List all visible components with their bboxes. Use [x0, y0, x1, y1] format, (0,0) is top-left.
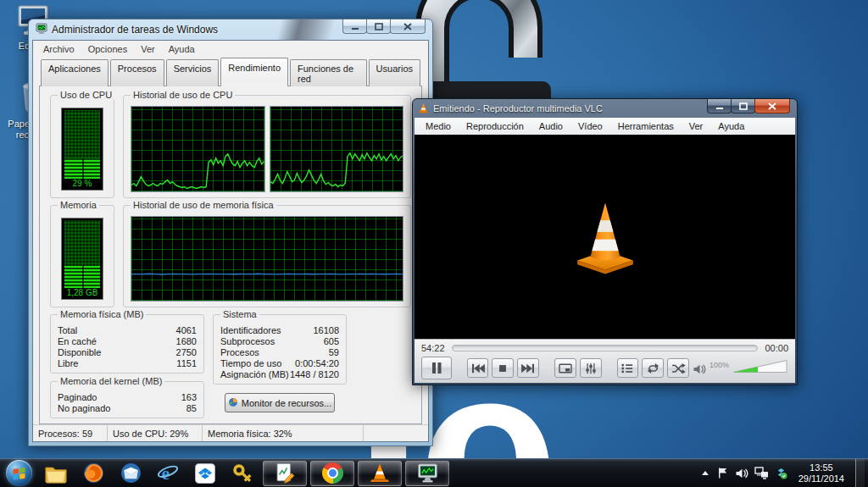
cpu-usage-group-label: Uso de CPU — [58, 90, 114, 100]
vlc-titlebar[interactable]: Emitiendo - Reproductor multimedia VLC — [413, 99, 797, 118]
cpu-usage-value: 29 % — [62, 179, 103, 190]
task-manager-tab-strip: AplicacionesProcesosServiciosRendimiento… — [39, 59, 422, 86]
action-center-icon[interactable] — [716, 467, 729, 479]
task-manager-menubar: ArchivoOpcionesVerAyuda — [33, 41, 428, 57]
stat-row: Paginado163 — [58, 392, 197, 403]
task-manager-titlebar[interactable]: Administrador de tareas de Windows — [29, 19, 432, 40]
vlc-menu-medio[interactable]: Medio — [418, 119, 459, 133]
stat-row: Total4061 — [58, 325, 197, 336]
taskmgr-menu-opciones[interactable]: Opciones — [81, 42, 134, 56]
memory-gauge: 1,28 GB — [61, 218, 103, 301]
minimize-button[interactable] — [342, 19, 367, 34]
cpu-history-group-label: Historial de uso de CPU — [131, 90, 235, 100]
taskbar-firefox-icon[interactable] — [76, 459, 110, 487]
network-tray-icon[interactable] — [754, 467, 769, 479]
close-button[interactable] — [390, 19, 426, 34]
taskbar-chrome-button[interactable] — [310, 461, 354, 486]
loop-button[interactable] — [642, 358, 664, 378]
vlc-menu-herramientas[interactable]: Herramientas — [610, 119, 682, 133]
vlc-cone-icon — [369, 462, 391, 485]
memory-history-group: Historial de uso de memoria física — [123, 205, 411, 308]
system-group-label: Sistema — [220, 309, 259, 319]
stat-row: En caché1680 — [58, 336, 197, 347]
maximize-button[interactable] — [731, 99, 755, 113]
stop-button[interactable] — [492, 358, 514, 378]
task-manager-window: Administrador de tareas de Windows Archi… — [28, 19, 433, 446]
close-button[interactable] — [754, 99, 790, 113]
volume-slider[interactable] — [732, 359, 788, 375]
vlc-menu-audio[interactable]: Audio — [531, 119, 570, 133]
vlc-cone-logo — [568, 197, 643, 277]
resource-monitor-icon — [228, 397, 238, 409]
taskmgr-menu-archivo[interactable]: Archivo — [36, 42, 81, 56]
taskbar-keepass-icon[interactable] — [225, 459, 259, 487]
taskbar-dropbox-icon[interactable] — [188, 459, 222, 487]
pause-button[interactable] — [421, 357, 452, 379]
vlc-client: MedioReproducciónAudioVídeoHerramientasV… — [415, 118, 795, 383]
show-hidden-icons-button[interactable] — [700, 469, 710, 478]
start-button[interactable] — [0, 459, 37, 487]
vlc-menubar: MedioReproducciónAudioVídeoHerramientasV… — [415, 118, 795, 135]
vlc-controls-panel: 54:22 00:00 — [415, 339, 795, 383]
task-manager-statusbar: Procesos: 59 Uso de CPU: 29% Memoria fís… — [33, 424, 428, 441]
taskmgr-menu-ayuda[interactable]: Ayuda — [162, 42, 202, 56]
vlc-video-area[interactable] — [415, 135, 795, 339]
taskmgr-menu-ver[interactable]: Ver — [134, 42, 162, 56]
vlc-window: Emitiendo - Reproductor multimedia VLC M… — [412, 98, 798, 385]
taskbar-notes-app-button[interactable] — [263, 461, 307, 486]
resource-monitor-button[interactable]: Monitor de recursos... — [225, 393, 335, 412]
kernel-memory-group: Memoria del kernel (MB) Paginado163No pa… — [50, 381, 204, 418]
random-button[interactable] — [667, 358, 689, 378]
tab-funciones-de-red[interactable]: Funciones de red — [290, 59, 367, 86]
vlc-menu-reproduccion[interactable]: Reproducción — [459, 119, 531, 133]
stat-row: Libre1151 — [58, 358, 197, 369]
stat-row: No paginado85 — [58, 403, 197, 414]
remaining-time: 00:00 — [765, 343, 788, 353]
window-title: Emitiendo - Reproductor multimedia VLC — [433, 103, 603, 113]
vlc-menu-ver[interactable]: Ver — [682, 119, 711, 133]
tab-aplicaciones[interactable]: Aplicaciones — [41, 59, 108, 86]
tab-rendimiento[interactable]: Rendimiento — [220, 58, 288, 86]
playlist-button[interactable] — [617, 358, 639, 378]
physical-memory-group: Memoria física (MB) Total4061En caché168… — [50, 314, 204, 374]
kernel-memory-group-label: Memoria del kernel (MB) — [58, 376, 164, 386]
next-button[interactable] — [517, 358, 539, 378]
physical-memory-group-label: Memoria física (MB) — [58, 309, 146, 319]
taskbar-internet-explorer-icon[interactable]: e — [151, 459, 185, 487]
volume-percent-label: 100% — [709, 361, 729, 369]
stat-row: Subprocesos605 — [220, 336, 339, 347]
stat-row: Procesos59 — [220, 347, 339, 358]
dropbox-tray-icon[interactable] — [775, 467, 787, 479]
minimize-button[interactable] — [707, 99, 732, 113]
vlc-menu-ayuda[interactable]: Ayuda — [710, 119, 752, 133]
seek-slider[interactable] — [452, 345, 759, 351]
notes-app-icon — [274, 462, 296, 485]
memory-group: Memoria 1,28 GB — [50, 205, 114, 308]
fullscreen-button[interactable] — [554, 358, 576, 378]
taskbar-vlc-button[interactable] — [358, 461, 402, 486]
memory-value: 1,28 GB — [62, 288, 103, 299]
status-physical-memory: Memoria física: 32% — [203, 425, 364, 441]
status-processes: Procesos: 59 — [33, 425, 108, 441]
taskbar-clock[interactable]: 13:55 29/11/2014 — [793, 462, 849, 484]
speaker-icon[interactable] — [693, 363, 706, 377]
volume-tray-icon[interactable] — [735, 468, 748, 479]
memory-history-graph — [131, 216, 403, 302]
svg-text:e: e — [161, 462, 170, 484]
tab-usuarios[interactable]: Usuarios — [369, 59, 420, 86]
taskbar-thunderbird-icon[interactable] — [114, 459, 147, 487]
cpu-usage-gauge: 29 % — [61, 108, 103, 191]
extended-settings-button[interactable] — [580, 358, 602, 378]
stat-row: Identificadores16108 — [220, 325, 339, 336]
taskbar-explorer-icon[interactable] — [39, 459, 73, 487]
tab-procesos[interactable]: Procesos — [110, 59, 164, 86]
taskbar: e — [0, 458, 868, 487]
vlc-menu-video[interactable]: Vídeo — [570, 119, 610, 133]
window-title: Administrador de tareas de Windows — [52, 24, 218, 36]
task-manager-icon — [416, 462, 439, 485]
maximize-button[interactable] — [366, 19, 391, 34]
taskbar-task-manager-button[interactable] — [405, 461, 449, 486]
previous-button[interactable] — [467, 358, 489, 378]
tab-servicios[interactable]: Servicios — [166, 59, 220, 86]
show-desktop-button[interactable] — [855, 459, 865, 487]
